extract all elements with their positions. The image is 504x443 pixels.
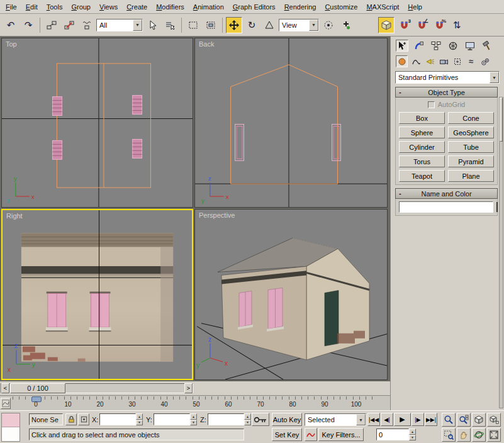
menu-help[interactable]: Help bbox=[403, 1, 427, 13]
spin-down-icon[interactable]: ▼ bbox=[244, 420, 251, 426]
angle-snap-button[interactable]: ∠ bbox=[413, 17, 430, 33]
bind-to-spacewarp-button[interactable] bbox=[79, 17, 95, 33]
object-color-swatch[interactable] bbox=[496, 202, 498, 212]
arc-rotate-button[interactable] bbox=[472, 428, 486, 442]
perspective-viewport-canvas[interactable]: z x y bbox=[195, 210, 387, 379]
primitives-dropdown[interactable]: Standard Primitives ▼ bbox=[395, 71, 500, 84]
zoom-extents-all-button[interactable] bbox=[487, 413, 501, 427]
spinner-snap-button[interactable]: ⇅ bbox=[449, 17, 465, 33]
spin-up-icon[interactable]: ▲ bbox=[136, 413, 143, 420]
y-coordinate-field[interactable] bbox=[154, 413, 190, 425]
listener-line[interactable] bbox=[2, 427, 20, 441]
spin-up-icon[interactable]: ▲ bbox=[190, 413, 197, 420]
menu-edit[interactable]: Edit bbox=[21, 1, 42, 13]
spin-up-icon[interactable]: ▲ bbox=[244, 413, 251, 420]
rectangular-selection-region-button[interactable] bbox=[185, 17, 201, 33]
tab-display[interactable] bbox=[464, 40, 476, 52]
zoom-region-button[interactable] bbox=[442, 428, 456, 442]
reference-coordinate-dropdown[interactable]: View ▼ bbox=[279, 19, 319, 31]
sphere-button[interactable]: Sphere bbox=[399, 126, 445, 138]
torus-button[interactable]: Torus bbox=[399, 155, 445, 167]
absolute-offset-toggle[interactable] bbox=[78, 413, 89, 425]
maxscript-mini-listener[interactable] bbox=[1, 413, 20, 442]
zoom-all-button[interactable] bbox=[457, 413, 471, 427]
category-helpers[interactable] bbox=[451, 55, 463, 67]
x-spinner[interactable]: ▲▼ bbox=[136, 413, 143, 425]
y-spinner[interactable]: ▲▼ bbox=[190, 413, 197, 425]
curve-mode-button[interactable] bbox=[305, 428, 317, 441]
right-viewport-canvas[interactable]: z y x bbox=[3, 210, 192, 379]
auto-key-button[interactable]: Auto Key bbox=[272, 413, 302, 426]
menu-customize[interactable]: Customize bbox=[320, 1, 362, 13]
cylinder-button[interactable]: Cylinder bbox=[399, 141, 445, 153]
menu-maxscript[interactable]: MAXScript bbox=[362, 1, 403, 13]
maximize-viewport-button[interactable] bbox=[487, 428, 501, 442]
menu-file[interactable]: File bbox=[1, 1, 21, 13]
menu-modifiers[interactable]: Modifiers bbox=[152, 1, 189, 13]
spin-down-icon[interactable]: ▼ bbox=[190, 420, 197, 426]
select-by-name-button[interactable] bbox=[162, 17, 178, 33]
undo-button[interactable]: ↶ bbox=[3, 17, 19, 33]
selection-filter-dropdown[interactable]: All ▼ bbox=[96, 19, 143, 31]
dropdown-arrow-icon[interactable]: ▼ bbox=[309, 20, 318, 31]
viewport-right[interactable]: Right bbox=[1, 209, 193, 380]
category-systems[interactable] bbox=[479, 55, 491, 67]
window-right-3d[interactable] bbox=[267, 288, 284, 331]
current-frame-field[interactable] bbox=[376, 429, 409, 440]
scrollbar-thumb[interactable] bbox=[500, 98, 503, 142]
tab-create[interactable] bbox=[396, 40, 408, 52]
viewport-perspective[interactable]: Perspective bbox=[194, 209, 388, 380]
previous-frame-button[interactable]: ◀| bbox=[381, 413, 393, 426]
zoom-extents-button[interactable] bbox=[472, 413, 486, 427]
box-button[interactable]: Box bbox=[399, 112, 445, 124]
window-left-3d[interactable] bbox=[238, 291, 253, 329]
z-spinner[interactable]: ▲▼ bbox=[244, 413, 251, 425]
tab-utilities[interactable] bbox=[481, 40, 493, 52]
window-left[interactable] bbox=[46, 291, 68, 332]
go-to-end-button[interactable]: ▶▶| bbox=[425, 413, 437, 426]
unlink-selection-button[interactable] bbox=[61, 17, 77, 33]
dropdown-arrow-icon[interactable]: ▼ bbox=[490, 72, 499, 83]
track-bar[interactable]: 0 10 20 30 40 50 60 70 80 90 100 bbox=[0, 395, 390, 410]
zoom-button[interactable] bbox=[442, 413, 456, 427]
menu-graph-editors[interactable]: Graph Editors bbox=[228, 1, 280, 13]
autogrid-checkbox[interactable] bbox=[428, 101, 435, 108]
window-right[interactable] bbox=[89, 291, 111, 332]
object-name-input[interactable] bbox=[399, 201, 493, 213]
select-object-button[interactable] bbox=[144, 17, 160, 33]
tab-motion[interactable] bbox=[447, 40, 459, 52]
window-objects-elevation[interactable] bbox=[235, 124, 341, 160]
spin-down-icon[interactable]: ▼ bbox=[136, 420, 143, 426]
set-keys-button[interactable] bbox=[252, 413, 269, 426]
snaps-toggle-button[interactable] bbox=[378, 17, 395, 33]
plane-button[interactable]: Plane bbox=[448, 170, 494, 182]
menu-views[interactable]: Views bbox=[95, 1, 122, 13]
use-center-button[interactable] bbox=[320, 17, 337, 33]
select-and-scale-button[interactable] bbox=[261, 17, 277, 33]
menu-create[interactable]: Create bbox=[122, 1, 152, 13]
mini-curve-editor-button[interactable] bbox=[1, 398, 11, 409]
menu-group[interactable]: Group bbox=[67, 1, 95, 13]
category-lights[interactable] bbox=[423, 55, 435, 67]
category-geometry[interactable] bbox=[396, 55, 408, 67]
cone-button[interactable]: Cone bbox=[448, 112, 494, 124]
percent-snap-button[interactable]: % bbox=[431, 17, 447, 33]
house-3d-model[interactable] bbox=[218, 238, 369, 360]
dropdown-arrow-icon[interactable]: ▼ bbox=[356, 414, 366, 425]
category-cameras[interactable] bbox=[437, 55, 449, 67]
tube-button[interactable]: Tube bbox=[448, 141, 494, 153]
macro-recorder-line[interactable] bbox=[2, 413, 20, 427]
z-coordinate-field[interactable] bbox=[208, 413, 244, 425]
category-shapes[interactable] bbox=[410, 55, 422, 67]
key-filters-button[interactable]: Key Filters... bbox=[318, 428, 364, 441]
redo-button[interactable]: ↷ bbox=[20, 17, 36, 33]
next-frame-button[interactable]: |▶ bbox=[412, 413, 424, 426]
top-viewport-canvas[interactable]: y x z bbox=[2, 38, 193, 207]
viewport-back[interactable]: Back z x y bbox=[194, 38, 388, 208]
category-space-warps[interactable]: ≈ bbox=[465, 55, 477, 67]
name-color-rollout-header[interactable]: - Name and Color bbox=[395, 188, 498, 199]
select-and-rotate-button[interactable]: ↻ bbox=[244, 17, 260, 33]
frame-spinner[interactable]: ▲▼ bbox=[409, 429, 416, 440]
teapot-button[interactable]: Teapot bbox=[399, 170, 445, 182]
snap-3d-button[interactable]: 3 bbox=[396, 17, 412, 33]
